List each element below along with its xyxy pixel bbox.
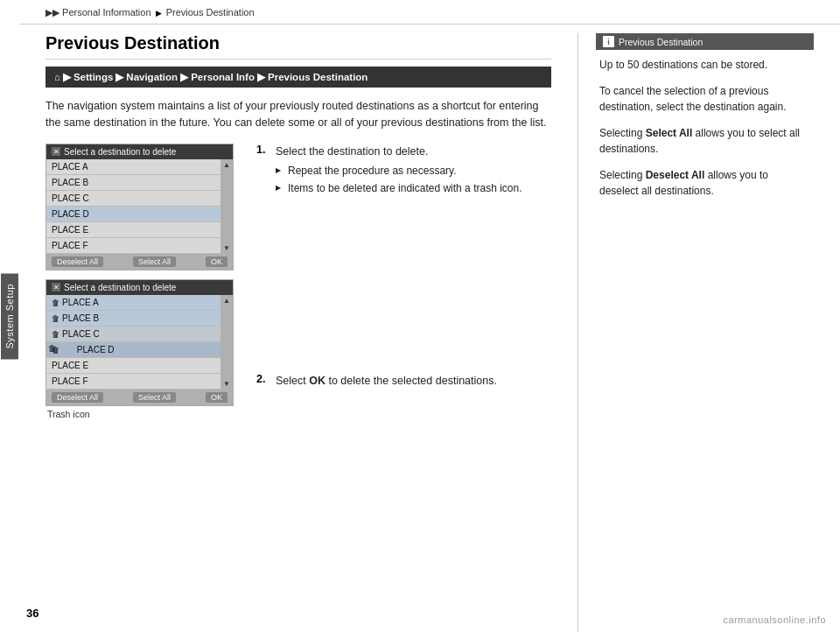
right-panel-title-bar: i Previous Destination xyxy=(596,33,814,50)
screen1-scrollbar[interactable]: ▲ ▼ xyxy=(220,159,233,254)
step-2-pre-text: Select xyxy=(276,375,309,387)
nav-item-settings: Settings xyxy=(74,72,113,82)
step-2-post-text: to delete the selected destinations. xyxy=(326,375,497,387)
right-panel-para-1: Up to 50 destinations can be stored. xyxy=(599,57,810,73)
screen1-footer: Deselect All Select All OK xyxy=(46,254,233,270)
screen2-footer: Deselect All Select All OK xyxy=(46,390,233,405)
right-section: i Previous Destination Up to 50 destinat… xyxy=(578,33,814,632)
screen2-container: ✕ Select a destination to delete PLACE A… xyxy=(46,279,234,419)
screen1-container: ✕ Select a destination to delete PLACE A… xyxy=(46,144,234,270)
list-item[interactable]: PLACE C xyxy=(46,327,233,342)
step-1-sub-item-1: Repeat the procedure as necessary. xyxy=(276,163,522,179)
screen2-list: PLACE A PLACE B PLACE C 🗑 PLACE D PLACE … xyxy=(46,295,233,390)
right-panel-body: Up to 50 destinations can be stored. To … xyxy=(596,57,814,199)
scroll-down-icon[interactable]: ▼ xyxy=(221,242,232,254)
breadcrumb: ▶▶ Personal Information ▶ Previous Desti… xyxy=(19,0,840,25)
watermark: carmanualsonline.info xyxy=(723,614,826,625)
page-number: 36 xyxy=(26,607,38,620)
list-item[interactable]: PLACE E xyxy=(46,222,233,238)
step-2-content: Select OK to delete the selected destina… xyxy=(276,373,497,390)
step-layout: ✕ Select a destination to delete PLACE A… xyxy=(46,144,551,419)
screen2-caption: Trash icon xyxy=(46,409,234,419)
list-item[interactable]: PLACE F xyxy=(46,374,233,390)
deselect-all-bold: Deselect All xyxy=(646,169,705,181)
scroll-down-icon-2[interactable]: ▼ xyxy=(221,378,232,390)
nav-item-previous-destination: Previous Destination xyxy=(268,72,368,82)
scroll-up-icon-2[interactable]: ▲ xyxy=(221,295,232,306)
screen1: ✕ Select a destination to delete PLACE A… xyxy=(46,144,234,270)
screen2-scrollbar[interactable]: ▲ ▼ xyxy=(220,295,233,390)
right-panel-title-text: Previous Destination xyxy=(619,37,703,47)
list-item[interactable]: PLACE B xyxy=(46,311,233,327)
list-item[interactable]: 🗑 PLACE D xyxy=(46,342,233,358)
breadcrumb-item-2: Previous Destination xyxy=(166,7,255,18)
screen2: ✕ Select a destination to delete PLACE A… xyxy=(46,279,234,406)
screen2-list-wrapper: PLACE A PLACE B PLACE C 🗑 PLACE D PLACE … xyxy=(46,295,233,390)
left-section: Previous Destination ⌂ ▶ Settings ▶ Navi… xyxy=(46,33,578,632)
list-item[interactable]: PLACE A xyxy=(46,295,233,311)
ok-button-2[interactable]: OK xyxy=(206,392,228,403)
step-2-ok-text: OK xyxy=(309,375,326,387)
content-area: Previous Destination ⌂ ▶ Settings ▶ Navi… xyxy=(19,33,840,632)
list-item[interactable]: PLACE E xyxy=(46,358,233,374)
screen2-close-icon: ✕ xyxy=(52,283,60,291)
screen2-header: ✕ Select a destination to delete xyxy=(46,280,233,295)
nav-item-navigation: Navigation xyxy=(126,72,178,82)
select-all-button-2[interactable]: Select All xyxy=(133,392,176,403)
step-1-content: Select the destination to delete. Repeat… xyxy=(276,144,522,199)
step-1-main-text: Select the destination to delete. xyxy=(276,145,428,158)
trash-icon: 🗑 xyxy=(48,344,56,353)
nav-separator-2: ▶ xyxy=(116,71,123,83)
list-item[interactable]: PLACE C xyxy=(46,191,233,207)
steps-area: 1. Select the destination to delete. Rep… xyxy=(256,144,522,419)
right-panel-para-2: To cancel the selection of a previous de… xyxy=(599,83,810,115)
screen1-close-icon: ✕ xyxy=(52,147,60,156)
nav-separator-1: ▶ xyxy=(63,71,71,83)
list-item[interactable]: PLACE A xyxy=(46,159,233,175)
nav-separator-4: ▶ xyxy=(257,71,265,83)
screenshot-column: ✕ Select a destination to delete PLACE A… xyxy=(46,144,234,419)
deselect-all-button-2[interactable]: Deselect All xyxy=(52,392,103,403)
sidebar-label: System Setup xyxy=(1,273,18,359)
step-2: 2. Select OK to delete the selected dest… xyxy=(256,373,522,390)
breadcrumb-separator: ▶ xyxy=(156,9,162,18)
screen1-header: ✕ Select a destination to delete xyxy=(46,144,233,159)
list-item[interactable]: PLACE B xyxy=(46,175,233,191)
step-1-number: 1. xyxy=(256,144,270,156)
page-title: Previous Destination xyxy=(46,33,551,60)
ok-button-1[interactable]: OK xyxy=(206,256,228,267)
scroll-up-icon[interactable]: ▲ xyxy=(221,159,232,171)
screen1-list-wrapper: PLACE A PLACE B PLACE C PLACE D PLACE E … xyxy=(46,159,233,254)
screen1-list: PLACE A PLACE B PLACE C PLACE D PLACE E … xyxy=(46,159,233,254)
step-2-number: 2. xyxy=(256,373,270,385)
screen2-title: Select a destination to delete xyxy=(64,283,176,292)
deselect-all-button[interactable]: Deselect All xyxy=(52,256,103,267)
nav-item-personal-info: Personal Info xyxy=(191,72,255,82)
right-panel-para-4: Selecting Deselect All allows you to des… xyxy=(599,167,810,199)
breadcrumb-item-1: ▶▶ Personal Information xyxy=(46,7,151,18)
step-1-list: Repeat the procedure as necessary. Items… xyxy=(276,163,522,196)
info-icon: i xyxy=(603,36,614,47)
home-icon: ⌂ xyxy=(54,72,60,82)
nav-separator-3: ▶ xyxy=(180,71,188,83)
nav-path-bar: ⌂ ▶ Settings ▶ Navigation ▶ Personal Inf… xyxy=(46,67,551,88)
sidebar: System Setup xyxy=(0,0,19,632)
select-all-button[interactable]: Select All xyxy=(133,256,176,267)
list-item[interactable]: PLACE F xyxy=(46,238,233,254)
main-content: ▶▶ Personal Information ▶ Previous Desti… xyxy=(19,0,840,632)
step-1: 1. Select the destination to delete. Rep… xyxy=(256,144,522,199)
select-all-bold: Select All xyxy=(646,127,693,139)
body-text: The navigation system maintains a list o… xyxy=(46,98,551,131)
right-panel-para-3: Selecting Select All allows you to selec… xyxy=(599,125,810,157)
step-1-sub-item-2: Items to be deleted are indicated with a… xyxy=(276,180,522,196)
list-item[interactable]: PLACE D xyxy=(46,207,233,222)
screen1-title: Select a destination to delete xyxy=(64,147,176,157)
